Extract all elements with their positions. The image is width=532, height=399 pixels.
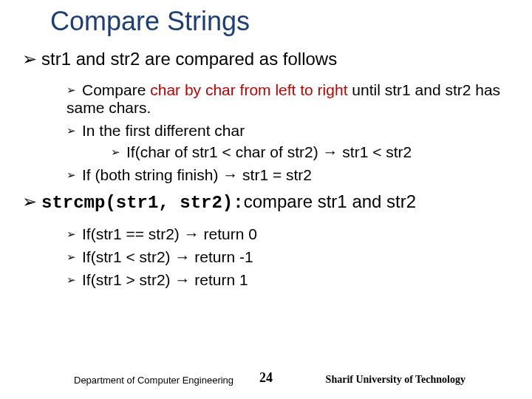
bullet-2c-text: If(str1 > str2) → return 1 — [82, 271, 248, 288]
bullet-1a-pre: Compare — [82, 81, 150, 98]
bullet-icon: ➢ — [66, 273, 76, 286]
bullet-icon: ➢ — [66, 228, 76, 240]
bullet-2a-text: If(str1 == str2) → return 0 — [82, 225, 257, 242]
bullet-2-code: strcmp(str1, str2): — [41, 193, 244, 213]
bullet-icon: ➢ — [66, 124, 76, 137]
bullet-1b: ➢In the first different char — [66, 122, 510, 140]
bullet-1b-i-text: If(char of str1 < char of str2) → str1 <… — [126, 143, 412, 160]
bullet-1b-i: ➢If(char of str1 < char of str2) → str1 … — [111, 143, 510, 162]
bullet-1a: ➢Compare char by char from left to right… — [66, 81, 510, 118]
bullet-1: ➢str1 and str2 are compared as follows — [22, 49, 510, 69]
bullet-icon: ➢ — [22, 49, 37, 69]
bullet-icon: ➢ — [66, 250, 76, 263]
bullet-icon: ➢ — [66, 83, 76, 96]
bullet-2-post: compare str1 and str2 — [244, 191, 416, 211]
bullet-2a: ➢If(str1 == str2) → return 0 — [66, 225, 510, 244]
bullet-icon: ➢ — [66, 168, 76, 181]
bullet-2b: ➢If(str1 < str2) → return -1 — [66, 248, 510, 267]
bullet-2b-text: If(str1 < str2) → return -1 — [82, 248, 253, 265]
bullet-icon: ➢ — [111, 146, 120, 158]
bullet-2c: ➢If(str1 > str2) → return 1 — [66, 271, 510, 290]
bullet-2: ➢strcmp(str1, str2):compare str1 and str… — [22, 191, 510, 214]
footer-right: Sharif University of Technology — [326, 374, 466, 386]
bullet-1b-text: In the first different char — [82, 122, 245, 139]
bullet-1c: ➢If (both string finish) → str1 = str2 — [66, 166, 510, 185]
footer: Department of Computer Engineering 24 Sh… — [0, 369, 532, 386]
bullet-icon: ➢ — [22, 191, 37, 211]
bullet-1-text: str1 and str2 are compared as follows — [41, 49, 337, 69]
bullet-1c-text: If (both string finish) → str1 = str2 — [82, 166, 312, 183]
slide: Compare Strings ➢str1 and str2 are compa… — [0, 0, 532, 399]
slide-title: Compare Strings — [50, 6, 250, 37]
slide-body: ➢str1 and str2 are compared as follows ➢… — [22, 44, 510, 289]
bullet-1a-red: char by char from left to right — [150, 81, 347, 98]
